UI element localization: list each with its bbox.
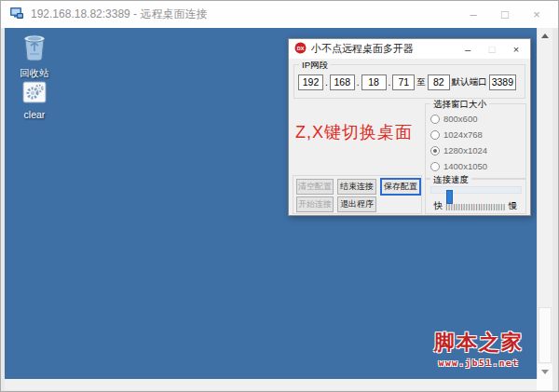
port-label: 默认端口 [452,76,487,88]
recycle-bin-icon [21,48,48,64]
radio-option-800x600[interactable]: 800x600 [426,111,525,127]
watermark-title: 脚本之家 [434,329,524,357]
ip-dot: . [389,77,391,88]
speed-tick-marks: |||||||||||||||||||||||| [445,203,505,210]
up-arrow-icon [541,34,549,38]
port-input[interactable]: 3389 [489,74,516,90]
dialog-close-button[interactable]: × [504,39,528,59]
switch-desktop-hint: Z,X键切换桌面 [295,121,413,143]
vertical-scroll-thumb[interactable] [539,307,552,363]
radio-button [430,115,440,124]
app-icon: DX [294,42,307,56]
start-connection-button[interactable]: 开始连接 [296,196,334,212]
ip-octet2-input[interactable]: 168 [330,74,355,90]
dialog-title: 小不点远程桌面多开器 [311,42,414,56]
vertical-scrollbar[interactable] [537,28,552,379]
watermark: 脚本之家 www.jb51.net [434,329,524,368]
speed-slow-label: 慢 [509,200,518,212]
desktop-icon-label: clear [7,109,62,120]
rdp-window: 192.168.18.82:3389 - 远程桌面连接 – □ × 回收站 [0,0,559,392]
down-arrow-icon [541,370,549,374]
ip-octet3-input[interactable]: 18 [361,74,387,90]
dialog-minimize-button[interactable]: – [456,39,480,59]
scrollbar-corner [537,379,552,390]
clear-config-button[interactable]: 清空配置 [296,179,334,195]
rdp-titlebar: 192.168.18.82:3389 - 远程桌面连接 – □ × [1,1,558,28]
exit-program-button[interactable]: 退出程序 [337,196,376,212]
close-button[interactable]: × [521,1,552,28]
radio-option-1280x1024[interactable]: 1280x1024 [426,142,525,158]
clear-icon [22,90,47,106]
dialog-titlebar: DX 小不点远程桌面多开器 – □ × [289,39,530,59]
horizontal-scrollbar[interactable] [5,379,537,390]
ip-octet1-input[interactable]: 192 [298,74,323,90]
window-size-section: 选择窗口大小 800x600 1024x768 1280x1024 1400x1… [425,103,526,179]
range-to-label: 至 [416,76,426,88]
window-size-label: 选择窗口大小 [430,99,489,111]
radio-button [430,130,440,140]
ip-dot: . [325,77,328,88]
connection-speed-section: 连接速度 快 |||||||||||||||||||||||| 慢 [425,179,526,214]
svg-text:DX: DX [297,46,305,51]
desktop-icon-recycle-bin[interactable]: 回收站 [7,32,62,80]
radio-option-1400x1050[interactable]: 1400x1050 [426,158,525,174]
scroll-up-button[interactable] [538,28,552,43]
window-title: 192.168.18.82:3389 - 远程桌面连接 [31,7,207,22]
scroll-down-button[interactable] [538,364,552,379]
end-connection-button[interactable]: 结束连接 [337,179,376,195]
watermark-url: www.jb51.net [434,358,524,368]
radio-option-1024x768[interactable]: 1024x768 [426,127,525,142]
ip-range-start-input[interactable]: 71 [392,74,415,90]
desktop-icon-label: 回收站 [7,67,62,80]
ip-section-label: IP网段 [299,60,331,72]
dialog-maximize-button[interactable]: □ [480,39,504,59]
ip-dot: . [357,77,360,88]
speed-slider-track[interactable] [430,186,522,194]
ip-range-end-input[interactable]: 82 [428,74,450,90]
minimize-button[interactable]: – [457,1,489,28]
multi-opener-dialog: DX 小不点远程桌面多开器 – □ × IP网段 192 . 168 . 18 … [288,38,531,216]
maximize-button[interactable]: □ [489,1,521,28]
connection-speed-label: 连接速度 [430,174,471,186]
desktop-icon-clear[interactable]: clear [7,81,62,120]
radio-button-checked [430,146,440,155]
speed-fast-label: 快 [434,200,443,212]
rdp-icon [9,6,24,24]
radio-button [430,162,440,171]
save-config-button[interactable]: 保存配置 [381,179,420,195]
ip-section: IP网段 192 . 168 . 18 . 71 至 82 默认端口 3389 [293,64,525,99]
actions-section: 清空配置 结束连接 保存配置 开始连接 退出程序 [293,175,422,214]
